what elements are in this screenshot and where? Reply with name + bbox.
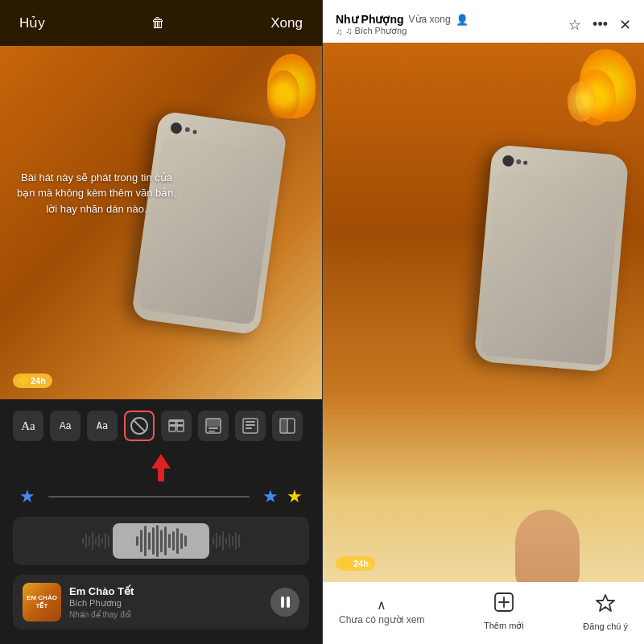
right-story-area: 24h [323, 43, 644, 582]
story-time-badge: 24h [13, 374, 52, 388]
right-username: Như Phượng [336, 13, 404, 26]
star-icon-1: ★ [19, 486, 35, 507]
music-player[interactable]: EM CHÀO TẾT Em Chào Tết Bích Phương Nhấn… [13, 575, 309, 630]
right-music-label: ♫ ♫ Bích Phương [336, 26, 562, 36]
cancel-button[interactable]: Hủy [19, 14, 45, 31]
no-style-button[interactable] [124, 411, 155, 441]
trash-icon[interactable]: 🗑 [151, 15, 165, 31]
text-style-sans[interactable]: Aa [50, 411, 80, 441]
svg-rect-5 [206, 419, 221, 427]
left-top-bar: Hủy 🗑 Xong [0, 0, 322, 46]
right-title-area: Như Phượng Vừa xong 👤 ♫ ♫ Bích Phương [336, 13, 562, 36]
music-change-label: Nhấn để thay đổi [69, 610, 262, 619]
add-new-button[interactable]: Thêm mới [484, 592, 524, 631]
arrow-indicator [13, 454, 309, 481]
story-time-badge-right: 24h [336, 556, 375, 571]
story-overlay-text: Bài hát này sẽ phát trong tin của bạn mà… [16, 170, 177, 217]
right-top-bar: Như Phượng Vừa xong 👤 ♫ ♫ Bích Phương ☆ … [323, 0, 644, 43]
music-artist: Bích Phương [69, 598, 262, 609]
close-button[interactable]: ✕ [619, 16, 631, 34]
waveform-area [13, 517, 309, 565]
svg-rect-10 [246, 424, 255, 426]
subscribe-button[interactable]: Đăng chú ý [583, 592, 628, 631]
right-icons: ☆ ••• ✕ [568, 16, 631, 34]
right-bottom-bar: ∧ Chưa có người xem Thêm mới Đăng chú ý [323, 582, 644, 644]
friend-icon: 👤 [456, 14, 469, 26]
add-new-label: Thêm mới [484, 621, 524, 631]
svg-rect-9 [246, 421, 255, 423]
more-options-button[interactable]: ••• [592, 16, 608, 33]
text-style-serif[interactable]: Aa [13, 411, 43, 441]
star-outline-button[interactable]: ☆ [568, 16, 581, 34]
left-panel: Hủy 🗑 Xong Bài hát này sẽ phát trong tin… [0, 0, 322, 644]
left-story-area: Bài hát này sẽ phát trong tin của bạn mà… [0, 46, 322, 399]
layout-btn-1[interactable] [161, 411, 192, 441]
subscribe-icon [595, 592, 616, 618]
svg-rect-11 [246, 427, 252, 429]
no-viewers-label: Chưa có người xem [339, 614, 424, 625]
star-icon-2: ★ [262, 486, 279, 507]
layout-btn-3[interactable] [235, 411, 266, 441]
pause-button[interactable] [270, 588, 299, 617]
layout-btn-4[interactable] [272, 411, 303, 441]
phone-mockup-right [474, 144, 630, 373]
svg-marker-18 [597, 595, 614, 611]
text-style-mono[interactable]: Aa [87, 411, 118, 441]
waveform-active [113, 523, 209, 559]
toolbar-area: Aa Aa Aa [0, 399, 322, 644]
star-icon-3: ★ [287, 486, 303, 507]
album-art: EM CHÀO TẾT [23, 583, 61, 621]
chevron-up-icon: ∧ [377, 597, 386, 613]
right-panel: Như Phượng Vừa xong 👤 ♫ ♫ Bích Phương ☆ … [322, 0, 644, 644]
music-note-icon: ♫ [336, 27, 342, 36]
svg-rect-13 [280, 419, 287, 433]
no-viewers-area[interactable]: ∧ Chưa có người xem [339, 597, 424, 625]
text-style-row: Aa Aa Aa [13, 411, 309, 441]
svg-rect-1 [169, 424, 184, 427]
add-new-icon [493, 592, 514, 617]
right-status: Vừa xong [409, 14, 451, 25]
svg-rect-7 [208, 431, 215, 432]
music-title: Em Chào Tết [69, 585, 262, 597]
done-button[interactable]: Xong [270, 15, 303, 31]
layout-btn-2[interactable] [198, 411, 229, 441]
subscribe-label: Đăng chú ý [583, 621, 628, 631]
music-info: Em Chào Tết Bích Phương Nhấn để thay đổi [69, 585, 262, 619]
stars-row: ★ ★ ★ [13, 486, 309, 507]
svg-rect-6 [208, 427, 218, 429]
